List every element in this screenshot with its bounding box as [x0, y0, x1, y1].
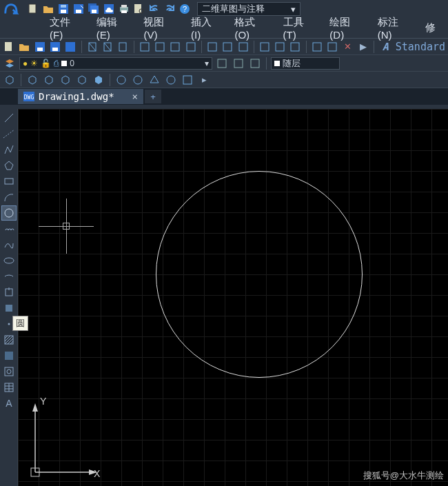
cube3-icon[interactable] — [42, 73, 56, 87]
ellipse-arc-icon[interactable] — [1, 269, 17, 284]
text-tool-icon[interactable]: A — [1, 396, 17, 411]
polygon-tool-icon[interactable] — [1, 158, 17, 173]
table-tool-icon[interactable] — [1, 380, 17, 395]
color-swatch — [274, 61, 280, 66]
tb-new-icon[interactable] — [3, 40, 15, 54]
text-style-current[interactable]: Standard — [396, 41, 445, 53]
svg-rect-40 — [251, 59, 259, 68]
menu-edit[interactable]: 编辑(E) — [88, 13, 136, 43]
spline-tool-icon[interactable] — [1, 237, 17, 252]
new-tab-button[interactable]: + — [145, 90, 161, 103]
menubar: 文件(F) 编辑(E) 视图(V) 插入(I) 格式(O) 工具(T) 绘图(D… — [0, 18, 448, 39]
drawn-circle[interactable] — [156, 171, 363, 378]
tb-view7-icon[interactable] — [311, 40, 323, 54]
tab-close-icon[interactable]: × — [132, 91, 138, 102]
layer-tool1-icon[interactable] — [215, 57, 229, 70]
expand-icon[interactable]: ▸ — [197, 73, 211, 87]
insert-block-icon[interactable] — [1, 285, 17, 300]
svg-rect-26 — [141, 43, 149, 51]
svg-rect-54 — [6, 305, 12, 312]
svg-point-51 — [4, 258, 14, 263]
tb-close-icon[interactable]: ✕ — [341, 40, 354, 54]
tb-print1-icon[interactable] — [86, 40, 99, 54]
tb-layout3-icon[interactable] — [169, 40, 181, 54]
svg-rect-13 — [134, 4, 141, 13]
svg-point-59 — [7, 369, 11, 374]
shape2-icon[interactable] — [131, 73, 145, 87]
circle-tool-icon[interactable] — [1, 205, 17, 221]
rectangle-tool-icon[interactable] — [1, 174, 17, 189]
tb-print3-icon[interactable] — [116, 40, 129, 54]
shape1-icon[interactable] — [114, 73, 128, 87]
arc-tool-icon[interactable] — [1, 190, 17, 205]
shape4-icon[interactable] — [164, 73, 178, 87]
tb-view6-icon[interactable] — [289, 40, 301, 54]
make-block-icon[interactable] — [1, 301, 17, 316]
cube1-icon[interactable] — [3, 73, 17, 87]
layer-name: 0 — [70, 59, 74, 68]
menu-draw[interactable]: 绘图(D) — [321, 13, 369, 43]
tb-print2-icon[interactable] — [101, 40, 114, 54]
svg-rect-39 — [234, 59, 243, 68]
tb-view5-icon[interactable] — [274, 40, 286, 54]
cube4-icon[interactable] — [59, 73, 72, 87]
layer-tool3-icon[interactable] — [248, 57, 262, 70]
ellipse-tool-icon[interactable] — [1, 253, 17, 268]
shape5-icon[interactable] — [181, 73, 194, 87]
tb-saveas-icon[interactable] — [49, 40, 61, 54]
tb-open-icon[interactable] — [18, 40, 30, 54]
text-style-glyph[interactable]: A — [383, 41, 389, 53]
new-file-icon[interactable] — [26, 2, 40, 16]
line-tool-icon[interactable] — [1, 110, 17, 125]
tb-saveall-icon[interactable] — [64, 40, 77, 54]
separator — [201, 41, 202, 53]
menu-modify[interactable]: 修 — [417, 19, 444, 37]
menu-file[interactable]: 文件(F) — [41, 13, 88, 43]
tb-view3-icon[interactable] — [236, 40, 249, 54]
tb-layout1-icon[interactable] — [138, 40, 150, 54]
layer-tool2-icon[interactable] — [232, 57, 245, 70]
svg-rect-37 — [328, 43, 336, 51]
tb-view1-icon[interactable] — [206, 40, 218, 54]
cube6-icon[interactable] — [92, 73, 105, 87]
menu-insert[interactable]: 插入(I) — [183, 13, 226, 43]
tb-view2-icon[interactable] — [221, 40, 234, 54]
menu-view[interactable]: 视图(V) — [135, 13, 183, 43]
tb-layout2-icon[interactable] — [154, 40, 166, 54]
hatch-tool-icon[interactable] — [1, 332, 17, 347]
color-bylayer-selector[interactable]: 随层 — [271, 57, 340, 70]
document-tab[interactable]: DWG Drawing1.dwg* × — [18, 89, 143, 104]
svg-rect-25 — [119, 43, 126, 51]
svg-rect-28 — [171, 43, 179, 51]
tb-view4-icon[interactable] — [258, 40, 271, 54]
layer-manager-icon[interactable] — [3, 57, 17, 70]
layer-selector[interactable]: ● ☀ 🔓 ⎙ 0 ▾ — [19, 57, 212, 70]
drawing-canvas[interactable]: Y X 搜狐号@大水牛测绘 — [18, 109, 448, 486]
cube5-icon[interactable] — [75, 73, 89, 87]
bylayer-label: 随层 — [283, 57, 301, 70]
tb-save-icon[interactable] — [34, 40, 46, 54]
tb-arrow-icon[interactable]: ▶ — [357, 40, 369, 54]
ucs-x-label: X — [94, 468, 101, 479]
gradient-tool-icon[interactable] — [1, 348, 17, 363]
menu-format[interactable]: 格式(O) — [226, 13, 274, 43]
svg-point-43 — [167, 76, 175, 84]
cube2-icon[interactable] — [26, 73, 39, 87]
svg-point-50 — [5, 209, 13, 217]
polyline-tool-icon[interactable] — [1, 142, 17, 157]
tb-layout4-icon[interactable] — [184, 40, 196, 54]
shape3-icon[interactable] — [147, 73, 161, 87]
menu-dim[interactable]: 标注(N) — [369, 13, 417, 43]
cursor-crosshair — [39, 199, 94, 254]
construction-line-icon[interactable] — [1, 126, 17, 141]
svg-text:?: ? — [183, 5, 187, 13]
menu-tools[interactable]: 工具(T) — [275, 13, 322, 43]
svg-rect-57 — [5, 352, 13, 360]
lightbulb-icon: ● — [23, 59, 28, 68]
revcloud-tool-icon[interactable] — [1, 221, 17, 236]
separator — [21, 74, 21, 86]
svg-line-47 — [5, 114, 13, 122]
toolbar-row-layer: ● ☀ 🔓 ⎙ 0 ▾ 随层 — [0, 55, 448, 72]
region-tool-icon[interactable] — [1, 364, 17, 379]
tb-view8-icon[interactable] — [326, 40, 338, 54]
